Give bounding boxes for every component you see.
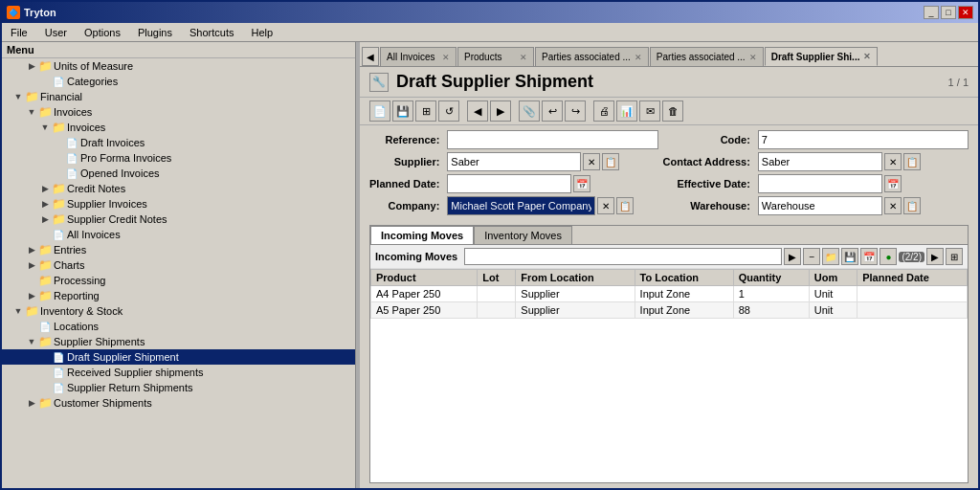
toolbar-undo-button[interactable]: ↩ [542,100,563,122]
tab-incoming-moves[interactable]: Incoming Moves [370,226,474,244]
panel-grid-btn[interactable]: ⊞ [946,248,963,265]
tabs-bar: ◀ All Invoices ✕ Products ✕ Parties asso… [360,42,978,67]
menu-file[interactable]: File [7,26,32,39]
sidebar-item-opened-invoices[interactable]: 📄 Opened Invoices [2,166,355,181]
company-input[interactable] [447,196,595,215]
table-row[interactable]: A5 Paper 250 Supplier Input Zone 88 Unit [371,302,968,319]
expand-icon: ▶ [25,243,38,256]
sidebar-item-entries[interactable]: ▶ 📁 Entries [2,242,355,257]
sidebar-item-financial[interactable]: ▼ 📁 Financial [2,89,355,104]
panel-save-btn[interactable]: 💾 [841,248,858,265]
tab-parties-2[interactable]: Parties associated ... ✕ [650,47,764,66]
contact-address-input[interactable] [758,152,882,171]
sidebar-item-supplier-credit-notes[interactable]: ▶ 📁 Supplier Credit Notes [2,212,355,227]
toolbar-mail-button[interactable]: ✉ [639,100,660,122]
panel-toolbar: Incoming Moves ▶ − 📁 💾 📅 ● (2/2) ▶ ⊞ [370,245,968,269]
toolbar-next-button[interactable]: ▶ [490,100,511,122]
supplier-clear-button[interactable]: ✕ [583,153,600,170]
warehouse-select-button[interactable]: 📋 [903,197,921,214]
close-button[interactable]: ✕ [958,6,973,19]
cell-to-location: Input Zone [635,286,733,302]
toolbar-copy-button[interactable]: ⊞ [415,100,436,122]
tab-close-icon[interactable]: ✕ [635,53,642,62]
form-action-button[interactable]: 🔧 [369,73,389,92]
contact-select-button[interactable]: 📋 [903,153,921,170]
tabs-nav-left[interactable]: ◀ [362,47,379,66]
sidebar-item-pro-forma-invoices[interactable]: 📄 Pro Forma Invoices [2,150,355,166]
tab-all-invoices[interactable]: All Invoices ✕ [380,47,457,66]
sidebar-item-reporting[interactable]: ▶ 📁 Reporting [2,288,355,303]
panel-calendar-btn[interactable]: 📅 [860,248,878,265]
sidebar-item-invoices-sub[interactable]: ▼ 📁 Invoices [2,120,355,135]
company-select-button[interactable]: 📋 [616,197,634,214]
tab-inventory-moves[interactable]: Inventory Moves [474,226,572,244]
toolbar-print-button[interactable]: 🖨 [593,100,614,122]
tab-close-icon[interactable]: ✕ [863,52,871,61]
menu-shortcuts[interactable]: Shortcuts [186,26,237,39]
effective-date-input[interactable] [758,174,882,193]
toolbar-export-button[interactable]: 📊 [616,100,637,122]
company-clear-button[interactable]: ✕ [597,197,614,214]
panel-color-btn[interactable]: ● [880,248,897,265]
spacer [38,350,52,364]
sidebar-item-categories[interactable]: 📄 Categories [2,74,355,89]
effective-date-picker-button[interactable]: 📅 [884,175,902,192]
toolbar-refresh-button[interactable]: ↺ [438,100,459,122]
toolbar-attach-button[interactable]: 📎 [519,100,540,122]
sidebar-item-charts[interactable]: ▶ 📁 Charts [2,257,355,273]
sidebar-item-supplier-shipments[interactable]: ▼ 📁 Supplier Shipments [2,334,355,349]
menu-plugins[interactable]: Plugins [134,26,176,39]
sidebar-item-processing[interactable]: 📁 Processing [2,273,355,288]
sidebar-item-draft-supplier-shipment[interactable]: 📄 Draft Supplier Shipment [2,349,355,365]
tab-close-icon[interactable]: ✕ [520,53,527,62]
sidebar-item-draft-invoices[interactable]: 📄 Draft Invoices [2,135,355,150]
toolbar-save-button[interactable]: 💾 [392,100,413,122]
tab-parties-1[interactable]: Parties associated ... ✕ [535,47,649,66]
sidebar-item-supplier-return-shipments[interactable]: 📄 Supplier Return Shipments [2,380,355,395]
supplier-select-button[interactable]: 📋 [602,153,619,170]
sidebar-item-credit-notes[interactable]: ▶ 📁 Credit Notes [2,181,355,196]
tab-draft-supplier-shipment[interactable]: Draft Supplier Shi... ✕ [765,47,879,66]
folder-icon: 📁 [25,304,38,318]
table-row[interactable]: A4 Paper 250 Supplier Input Zone 1 Unit [371,286,968,302]
sidebar-item-supplier-invoices[interactable]: ▶ 📁 Supplier Invoices [2,196,355,212]
warehouse-input[interactable] [758,196,882,215]
spacer [38,228,52,241]
menu-options[interactable]: Options [80,26,124,39]
sidebar-item-units-of-measure[interactable]: ▶ 📁 Units of Measure [2,58,355,74]
sidebar-item-locations[interactable]: 📄 Locations [2,319,355,334]
supplier-input[interactable] [447,152,581,171]
sidebar-item-received-supplier-shipments[interactable]: 📄 Received Supplier shipments [2,365,355,380]
reference-input[interactable] [447,130,657,149]
form-record: 1 / 1 [948,77,969,88]
contact-clear-button[interactable]: ✕ [884,153,902,170]
panel-right-btn[interactable]: ▶ [926,248,944,265]
sidebar-item-invoices-group[interactable]: ▼ 📁 Invoices [2,104,355,120]
panel-search-input[interactable] [464,248,782,265]
menu-user[interactable]: User [41,26,71,39]
warehouse-clear-button[interactable]: ✕ [884,197,902,214]
spacer [25,274,38,287]
tab-close-icon[interactable]: ✕ [749,53,757,62]
folder-icon: 📁 [38,243,52,256]
code-input[interactable] [758,130,969,149]
toolbar-redo-button[interactable]: ↪ [565,100,586,122]
tab-products[interactable]: Products ✕ [457,47,534,66]
menu-help[interactable]: Help [247,26,277,39]
collapse-icon: ▼ [11,304,25,318]
panel-remove-button[interactable]: − [803,248,820,265]
sidebar-item-all-invoices[interactable]: 📄 All Invoices [2,227,355,242]
toolbar-delete-button[interactable]: 🗑 [662,100,683,122]
planned-date-input[interactable] [447,174,571,193]
planned-date-picker-button[interactable]: 📅 [573,175,590,192]
sidebar-item-customer-shipments[interactable]: ▶ 📁 Customer Shipments [2,395,355,411]
panel-folder-button[interactable]: 📁 [822,248,839,265]
sidebar-item-inventory-stock[interactable]: ▼ 📁 Inventory & Stock [2,303,355,319]
toolbar-new-button[interactable]: 📄 [369,100,390,122]
panel-go-button[interactable]: ▶ [784,248,801,265]
tab-close-icon[interactable]: ✕ [442,53,450,62]
moves-table: Product Lot From Location To Location Qu… [370,269,968,319]
maximize-button[interactable]: □ [941,6,956,19]
minimize-button[interactable]: _ [924,6,939,19]
toolbar-prev-button[interactable]: ◀ [467,100,488,122]
